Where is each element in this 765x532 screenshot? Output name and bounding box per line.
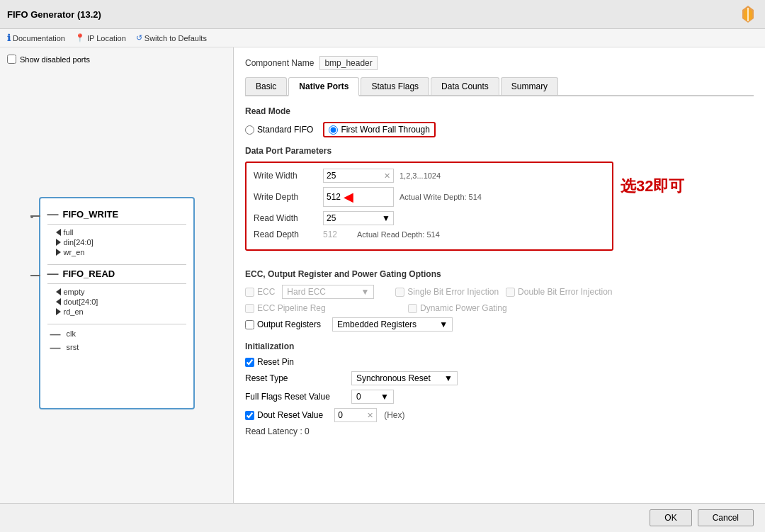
ecc-row2: ECC Pipeline Reg Dynamic Power Gating — [245, 303, 754, 313]
ecc-section-title: ECC, Output Register and Power Gating Op… — [245, 269, 754, 279]
single-bit-checkbox — [395, 288, 404, 297]
write-depth-input[interactable]: 512 ◀ — [323, 187, 394, 207]
right-panel: Component Name bmp_header Basic Native P… — [234, 47, 765, 519]
read-depth-label: Read Depth — [254, 230, 317, 239]
full-flags-select[interactable]: 0 ▼ — [351, 390, 394, 404]
port-dout: dout[24:0] — [47, 297, 186, 307]
port-srst: — srst — [47, 341, 186, 354]
show-disabled-row: Show disabled ports — [7, 55, 226, 64]
fifo-read-header: — FIFO_READ — [47, 268, 186, 284]
port-wr-en: wr_en — [47, 247, 186, 257]
output-reg-checkbox[interactable] — [245, 320, 254, 329]
dout-reset-input[interactable]: 0 ✕ — [334, 408, 377, 422]
read-width-select[interactable]: 25 ▼ — [323, 211, 394, 225]
main-layout: Show disabled ports — FIFO_WRITE full — [0, 47, 765, 519]
ecc-pipeline-checkbox-item: ECC Pipeline Reg — [245, 303, 387, 313]
ecc-checkbox-item[interactable]: ECC — [245, 287, 275, 297]
port-rd-en: rd_en — [47, 307, 186, 317]
show-disabled-checkbox[interactable] — [7, 55, 16, 64]
refresh-icon: ↺ — [136, 33, 142, 43]
ip-location-link[interactable]: 📍 IP Location — [75, 33, 126, 43]
output-reg-checkbox-item[interactable]: Output Registers — [245, 319, 321, 329]
reset-type-select[interactable]: Synchronous Reset ▼ — [351, 371, 458, 385]
read-width-label: Read Width — [254, 213, 317, 223]
ecc-row1: ECC Hard ECC ▼ Single Bit Error Injectio… — [245, 285, 754, 299]
tri-left-icon3 — [56, 298, 61, 305]
radio-first-word[interactable]: First Word Fall Through — [323, 122, 436, 137]
write-width-row: Write Width 25 ✕ 1,2,3...1024 — [254, 169, 605, 183]
tri-right-icon2 — [56, 249, 61, 256]
tab-data-counts[interactable]: Data Counts — [431, 77, 499, 95]
title-bar: FIFO Generator (13.2) — [0, 0, 765, 29]
toolbar: ℹ Documentation 📍 IP Location ↺ Switch t… — [0, 29, 765, 47]
reset-pin-row: Reset Pin — [245, 357, 754, 367]
footer: OK Cancel — [0, 503, 765, 532]
port-clk: — clk — [47, 327, 186, 341]
embedded-dropdown-arrow-icon: ▼ — [439, 319, 448, 329]
component-name-label: Component Name — [245, 58, 314, 68]
port-empty: empty — [47, 287, 186, 297]
tab-status-flags[interactable]: Status Flags — [361, 77, 429, 95]
reset-pin-checkbox-item[interactable]: Reset Pin — [245, 357, 294, 367]
tabs-bar: Basic Native Ports Status Flags Data Cou… — [245, 77, 754, 96]
init-section-title: Initialization — [245, 341, 754, 351]
write-width-input[interactable]: 25 ✕ — [323, 169, 394, 183]
tri-right-icon3 — [56, 308, 61, 315]
fifo-write-header: — FIFO_WRITE — [47, 208, 186, 225]
full-flags-dropdown-icon: ▼ — [380, 392, 389, 402]
write-width-label: Write Width — [254, 171, 317, 181]
data-port-box: Write Width 25 ✕ 1,2,3...1024 Write Dept… — [245, 162, 613, 251]
dout-reset-row: Dout Reset Value 0 ✕ (Hex) — [245, 408, 754, 422]
double-bit-checkbox — [506, 288, 515, 297]
dynamic-power-checkbox-item: Dynamic Power Gating — [408, 303, 507, 313]
documentation-link[interactable]: ℹ Documentation — [7, 33, 65, 43]
hex-label: (Hex) — [384, 410, 404, 420]
app-title: FIFO Generator (13.2) — [7, 9, 101, 20]
ecc-checkbox[interactable] — [245, 288, 254, 297]
read-depth-actual: Actual Read Depth: 514 — [357, 230, 440, 239]
write-depth-label: Write Depth — [254, 192, 317, 202]
annotation-text: 选32即可 — [620, 176, 684, 197]
cancel-button[interactable]: Cancel — [698, 509, 754, 526]
ecc-pipeline-checkbox — [245, 304, 254, 313]
ok-button[interactable]: OK — [650, 509, 691, 526]
show-disabled-label: Show disabled ports — [20, 55, 90, 64]
output-reg-row: Output Registers Embedded Registers ▼ — [245, 317, 754, 332]
read-depth-row: Read Depth 512 Actual Read Depth: 514 — [254, 230, 605, 239]
data-port-title: Data Port Parameters — [245, 146, 754, 156]
dout-reset-checkbox-item[interactable]: Dout Reset Value — [245, 410, 323, 420]
write-depth-row: Write Depth 512 ◀ Actual Write Depth: 51… — [254, 187, 605, 207]
port-din: din[24:0] — [47, 237, 186, 247]
full-flags-row: Full Flags Reset Value 0 ▼ — [245, 390, 754, 404]
ecc-dropdown-arrow-icon: ▼ — [361, 287, 369, 297]
fifo-write-section: — FIFO_WRITE full din[24:0] wr_en — [47, 208, 186, 257]
write-width-hint: 1,2,3...1024 — [400, 171, 441, 180]
read-latency: Read Latency : 0 — [245, 426, 754, 436]
component-name-row: Component Name bmp_header — [245, 56, 754, 70]
read-width-row: Read Width 25 ▼ — [254, 211, 605, 225]
port-full: full — [47, 227, 186, 237]
single-bit-checkbox-item: Single Bit Error Injection — [395, 287, 499, 297]
embedded-reg-select[interactable]: Embedded Registers ▼ — [332, 317, 453, 332]
write-depth-actual: Actual Write Depth: 514 — [400, 193, 482, 201]
write-depth-arrow-icon: ◀ — [344, 189, 353, 205]
dout-reset-clear-icon[interactable]: ✕ — [367, 411, 373, 420]
dout-reset-checkbox[interactable] — [245, 411, 254, 420]
switch-defaults-link[interactable]: ↺ Switch to Defaults — [136, 33, 207, 43]
tri-left-icon — [56, 229, 61, 236]
tab-native-ports[interactable]: Native Ports — [288, 77, 359, 96]
tab-summary[interactable]: Summary — [501, 77, 558, 95]
full-flags-label: Full Flags Reset Value — [245, 392, 344, 402]
reset-pin-checkbox[interactable] — [245, 358, 254, 367]
tab-basic[interactable]: Basic — [245, 77, 287, 95]
double-bit-checkbox-item: Double Bit Error Injection — [506, 287, 612, 297]
info-icon: ℹ — [7, 33, 11, 43]
write-width-clear[interactable]: ✕ — [384, 171, 390, 181]
read-mode-row: Standard FIFO First Word Fall Through — [245, 122, 754, 137]
dropdown-arrow-icon: ▼ — [382, 213, 390, 223]
radio-standard-fifo[interactable]: Standard FIFO — [245, 125, 313, 135]
component-name-value: bmp_header — [319, 56, 377, 70]
location-icon: 📍 — [75, 33, 85, 43]
schematic-diagram: — FIFO_WRITE full din[24:0] wr_en — [39, 197, 195, 409]
tri-right-icon — [56, 239, 61, 246]
